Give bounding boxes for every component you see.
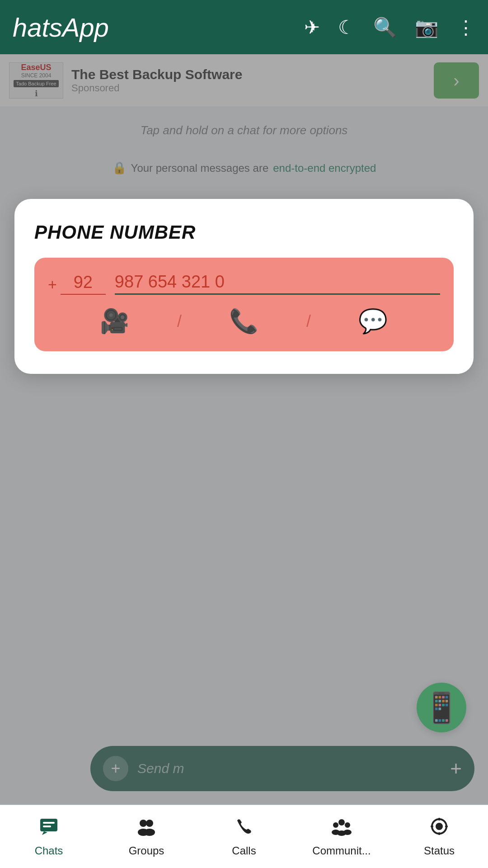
message-icon: 💬 [358,307,388,335]
video-call-icon: 🎥 [100,307,129,335]
svg-point-13 [343,830,352,835]
phone-call-button[interactable]: 📞 [182,307,306,335]
camera-icon[interactable]: 📷 [415,16,438,38]
groups-label: Groups [129,844,164,857]
action-icons-row: 🎥 / 📞 / 💬 [48,307,440,335]
phone-number-input[interactable] [115,272,440,295]
communities-label: Communit... [312,844,371,857]
chats-icon [38,816,59,842]
svg-point-15 [436,823,443,830]
groups-icon [136,816,157,842]
dim-overlay [0,54,488,805]
svg-point-8 [333,822,338,828]
communities-icon [331,816,352,842]
nav-item-communities[interactable]: Communit... [293,816,390,857]
app-title: hatsApp [13,12,304,42]
nav-item-chats[interactable]: Chats [0,816,98,857]
phone-input-area: + 🎥 / 📞 / 💬 [34,258,454,351]
country-code-group: + [48,273,106,295]
bottom-navigation: Chats Groups Calls [0,805,488,868]
phone-fields: + [48,272,440,295]
svg-point-9 [338,819,345,826]
svg-rect-0 [40,819,57,831]
calls-icon [234,816,254,842]
airplane-mode-icon[interactable]: ✈ [304,16,320,38]
svg-rect-1 [43,822,55,824]
nav-item-groups[interactable]: Groups [98,816,195,857]
divider-2: / [306,312,311,331]
divider-1: / [177,312,182,331]
svg-point-10 [345,822,350,828]
svg-marker-3 [42,831,47,835]
svg-point-7 [144,829,155,836]
search-icon[interactable]: 🔍 [373,16,397,38]
svg-point-4 [140,820,147,827]
phone-call-icon: 📞 [229,307,258,335]
country-code-input[interactable] [61,273,106,295]
status-label: Status [424,844,455,857]
chats-label: Chats [35,844,63,857]
svg-point-5 [146,820,153,827]
plus-sign: + [48,277,57,295]
more-icon[interactable]: ⋮ [456,16,475,38]
message-button[interactable]: 💬 [311,307,436,335]
modal-title: PHONE NUMBER [34,222,454,243]
nav-item-status[interactable]: Status [390,816,488,857]
calls-label: Calls [232,844,256,857]
moon-icon[interactable]: ☾ [338,16,355,38]
svg-rect-2 [43,826,51,827]
nav-item-calls[interactable]: Calls [195,816,293,857]
video-call-button[interactable]: 🎥 [52,307,177,335]
header-actions: ✈ ☾ 🔍 📷 ⋮ [304,16,475,38]
header: hatsApp ✈ ☾ 🔍 📷 ⋮ [0,0,488,54]
phone-number-modal: PHONE NUMBER + 🎥 / 📞 / 💬 [14,199,474,374]
status-icon [429,816,450,842]
